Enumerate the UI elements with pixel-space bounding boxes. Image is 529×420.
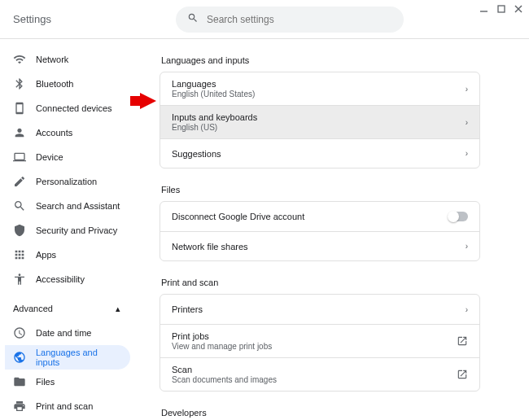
person-icon (13, 126, 26, 139)
sidebar-item-label: Device (36, 152, 63, 162)
row-print-jobs[interactable]: Print jobsView and manage print jobs (160, 324, 479, 357)
globe-icon (13, 351, 26, 364)
row-title: Disconnect Google Drive account (172, 212, 304, 221)
annotation-arrow-icon (130, 93, 156, 109)
external-link-icon (457, 369, 468, 380)
row-title: Network file shares (172, 242, 248, 252)
search-box[interactable] (176, 7, 404, 33)
edit-icon (13, 175, 26, 188)
row-title: Languages (172, 79, 255, 89)
row-languages[interactable]: LanguagesEnglish (United States)› (160, 72, 479, 105)
section-title: Files (161, 185, 480, 195)
svg-rect-1 (498, 6, 505, 12)
chevron-right-icon: › (466, 118, 468, 127)
advanced-toggle[interactable]: Advanced▴ (5, 296, 130, 321)
sidebar-item-label: Print and scan (36, 401, 93, 411)
row-inputs-keyboards[interactable]: Inputs and keyboardsEnglish (US)› (160, 105, 479, 138)
apps-icon (13, 248, 26, 261)
row-title: Suggestions (172, 149, 221, 159)
close-icon[interactable] (514, 4, 522, 13)
accessibility-icon (13, 273, 26, 286)
row-sub: Scan documents and images (172, 375, 277, 384)
magnify-icon (13, 199, 26, 212)
sidebar-item-label: Files (36, 377, 55, 387)
print-scan-card: Printers› Print jobsView and manage prin… (160, 294, 480, 392)
sidebar-item-security[interactable]: Security and Privacy (5, 218, 130, 243)
row-title: Scan (172, 365, 277, 374)
window-controls (479, 4, 522, 13)
search-icon (187, 12, 199, 26)
languages-card: LanguagesEnglish (United States)› Inputs… (160, 72, 480, 168)
clock-icon (13, 326, 26, 339)
chevron-right-icon: › (466, 305, 468, 314)
laptop-icon (13, 151, 26, 164)
chevron-up-icon: ▴ (116, 304, 120, 314)
page-title: Settings (13, 13, 176, 25)
sidebar-item-print[interactable]: Print and scan (5, 394, 130, 418)
sidebar-item-label: Languages and inputs (36, 348, 122, 367)
chevron-right-icon: › (466, 149, 468, 158)
external-link-icon (457, 335, 468, 347)
section-title: Languages and inputs (161, 55, 480, 65)
row-sub: View and manage print jobs (172, 342, 272, 351)
sidebar-item-label: Accessibility (36, 274, 85, 284)
search-input[interactable] (207, 14, 392, 25)
sidebar-item-connected-devices[interactable]: Connected devices (5, 96, 130, 120)
sidebar-item-label: Date and time (36, 328, 91, 338)
minimize-icon[interactable] (479, 4, 488, 13)
folder-icon (13, 375, 26, 388)
row-suggestions[interactable]: Suggestions› (160, 138, 479, 168)
wifi-icon (13, 53, 26, 66)
chevron-right-icon: › (466, 242, 468, 251)
sidebar-item-device[interactable]: Device (5, 145, 130, 169)
sidebar: Network Bluetooth Connected devices Acco… (0, 39, 130, 420)
sidebar-item-label: Accounts (36, 128, 72, 138)
sidebar-item-label: Security and Privacy (36, 225, 117, 235)
row-sub: English (US) (172, 123, 257, 132)
files-card: Disconnect Google Drive account Network … (160, 201, 480, 261)
main-pane: Languages and inputs LanguagesEnglish (U… (130, 39, 529, 420)
sidebar-item-date-time[interactable]: Date and time (5, 321, 130, 345)
sidebar-item-label: Bluetooth (36, 79, 73, 89)
svg-marker-4 (130, 93, 156, 109)
shield-icon (13, 224, 26, 237)
sidebar-item-search[interactable]: Search and Assistant (5, 194, 130, 218)
print-icon (13, 400, 26, 413)
toggle-off-icon[interactable] (448, 212, 468, 221)
sidebar-item-network[interactable]: Network (5, 47, 130, 72)
sidebar-item-personalization[interactable]: Personalization (5, 169, 130, 194)
section-title: Developers (161, 408, 480, 418)
row-network-shares[interactable]: Network file shares› (160, 231, 479, 260)
header: Settings (0, 0, 529, 39)
sidebar-item-languages[interactable]: Languages and inputs (5, 345, 130, 370)
sidebar-item-label: Network (36, 55, 68, 64)
row-sub: English (United States) (172, 90, 255, 98)
sidebar-item-label: Personalization (36, 177, 97, 186)
sidebar-item-accounts[interactable]: Accounts (5, 120, 130, 145)
advanced-label: Advanced (13, 304, 53, 313)
row-title: Print jobs (172, 331, 272, 341)
bluetooth-icon (13, 77, 26, 90)
row-title: Printers (172, 304, 203, 314)
sidebar-item-label: Connected devices (36, 103, 112, 113)
sidebar-item-label: Search and Assistant (36, 201, 120, 211)
sidebar-item-apps[interactable]: Apps (5, 243, 130, 267)
sidebar-item-bluetooth[interactable]: Bluetooth (5, 72, 130, 96)
row-disconnect-drive[interactable]: Disconnect Google Drive account (160, 202, 479, 231)
row-title: Inputs and keyboards (172, 112, 257, 122)
chevron-right-icon: › (466, 85, 468, 94)
section-title: Print and scan (161, 278, 480, 287)
row-scan[interactable]: ScanScan documents and images (160, 357, 479, 391)
sidebar-item-files[interactable]: Files (5, 370, 130, 394)
phone-icon (13, 102, 26, 115)
maximize-icon[interactable] (496, 4, 505, 13)
sidebar-item-accessibility[interactable]: Accessibility (5, 267, 130, 291)
sidebar-item-label: Apps (36, 250, 56, 260)
row-printers[interactable]: Printers› (160, 295, 479, 324)
